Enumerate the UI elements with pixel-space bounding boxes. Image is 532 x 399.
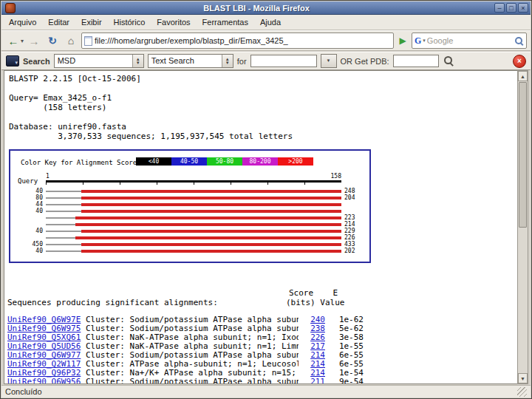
scrollbar-thumb[interactable] — [519, 82, 527, 228]
menu-item[interactable]: Ajuda — [254, 16, 287, 28]
url-input[interactable] — [95, 36, 391, 45]
hit-bar-grey-segment — [46, 204, 81, 205]
search-mode-select[interactable]: Text Search ▲▼ — [148, 54, 233, 68]
url-bar[interactable] — [81, 33, 394, 49]
biobar-menu-icon[interactable]: ▾ — [6, 55, 19, 66]
hit-bar[interactable] — [46, 248, 341, 254]
hit-bar[interactable] — [46, 234, 341, 241]
google-icon: G — [415, 35, 421, 47]
hit-bar[interactable] — [46, 201, 341, 208]
pdb-id-input[interactable] — [393, 55, 439, 67]
axis-start-label: 1 — [46, 173, 50, 180]
titlebar[interactable]: BLAST LBI - Mozilla Firefox – □ × — [1, 1, 531, 15]
hit-bar-grey-segment — [46, 244, 81, 245]
hit-bar[interactable] — [46, 241, 341, 248]
hit-bar-grey-segment — [46, 211, 81, 212]
menu-item[interactable]: Editar — [42, 16, 75, 28]
menu-item[interactable]: Ferramentas — [197, 16, 254, 28]
web-search-input[interactable] — [427, 36, 513, 45]
color-key-bin: 50-80 — [207, 157, 242, 166]
menu-item[interactable]: Arquivo — [3, 16, 42, 28]
database-select[interactable]: MSD ▲▼ — [54, 54, 144, 68]
window-icon — [5, 3, 16, 13]
history-dropdown-arrow-icon[interactable]: ▼ — [321, 55, 336, 67]
search-mode-arrow-icon[interactable]: ▲▼ — [222, 55, 233, 67]
alignment-id-link[interactable]: UniRef90_Q96P32 — [7, 369, 81, 378]
back-dropdown-icon[interactable]: ▾ — [21, 38, 24, 44]
hit-bar-red-segment — [81, 190, 341, 193]
alignment-id-link[interactable]: UniRef90_Q2W117 — [7, 360, 81, 369]
hit-right-label: 204 — [341, 194, 355, 201]
hit-right-label: 229 — [341, 228, 355, 234]
search-magnifier-icon[interactable] — [514, 36, 524, 46]
search-mode-value: Text Search — [149, 55, 222, 67]
or-get-pdb-label: OR Get PDB: — [341, 57, 389, 66]
hit-left-label: 40 — [10, 228, 44, 234]
color-key-bin: 80-200 — [242, 157, 278, 166]
alignment-id-link[interactable]: UniRef90_Q6W975 — [7, 324, 81, 333]
alignment-id-link[interactable]: UniRef90_Q6W956 — [7, 378, 81, 384]
blast-overview-graphic: Color Key for Alignment Scores: <4040-50… — [9, 149, 371, 263]
hit-bar[interactable] — [46, 194, 341, 201]
query-length-line: (158 letters) — [9, 103, 106, 112]
history-dropdown[interactable]: ▼ — [321, 54, 337, 68]
menubar: ArquivoEditarExibirHistóricoFavoritosFer… — [1, 15, 531, 30]
back-button[interactable]: ← — [5, 33, 21, 49]
query-line: Query= Emax_3425_o-f1 — [9, 93, 112, 103]
color-key-bin: >200 — [278, 157, 313, 166]
alignment-row: UniRef90_Q6W956Cluster: Sodium/potassium… — [7, 378, 364, 384]
minimize-button[interactable]: – — [494, 3, 505, 13]
menu-item[interactable]: Histórico — [108, 16, 151, 28]
hit-bar-red-segment — [81, 230, 341, 233]
hit-bar[interactable] — [46, 214, 341, 221]
alignment-evalue: 9e-54 — [325, 378, 364, 384]
status-text: Concluído — [5, 387, 42, 396]
alignment-id-link[interactable]: UniRef90_Q6W97E — [7, 316, 81, 324]
forward-button[interactable]: → — [26, 33, 42, 49]
page-content: BLASTP 2.2.15 [Oct-15-2006]Query= Emax_3… — [4, 70, 517, 384]
menu-item[interactable]: Favoritos — [151, 16, 196, 28]
menu-item[interactable]: Exibir — [75, 16, 108, 28]
hit-row: 40202 — [10, 248, 369, 254]
color-key-title: Color Key for Alignment Scores: — [21, 159, 145, 166]
web-search-box[interactable]: G ▾ — [412, 33, 527, 49]
hit-right-label: 223 — [341, 214, 355, 221]
scroll-down-icon[interactable]: ▼ — [518, 373, 528, 383]
hit-bar-red-segment — [75, 236, 341, 239]
hit-right-label: 214 — [341, 221, 355, 228]
hit-right-label: 248 — [341, 188, 355, 194]
hit-bar-grey-segment — [46, 224, 75, 225]
alignment-id-link[interactable]: UniRef90_Q5XQ61 — [7, 333, 81, 342]
navigation-toolbar: ← ▾ → ↻ ⌂ ▶ G ▾ — [1, 30, 531, 51]
reload-button[interactable]: ↻ — [44, 33, 61, 49]
hit-bar-grey-segment — [46, 217, 75, 219]
resize-grip[interactable] — [517, 387, 527, 397]
vertical-scrollbar[interactable]: ▲ ▼ — [517, 70, 528, 384]
go-button[interactable]: ▶ — [396, 33, 409, 48]
hit-bar-grey-segment — [46, 197, 81, 199]
biobar-toolbar: ▾ Search MSD ▲▼ Text Search ▲▼ for ▼ OR … — [1, 52, 531, 70]
hit-left-label: 40 — [10, 248, 44, 254]
hit-bar-grey-segment — [46, 237, 75, 239]
scroll-up-icon[interactable]: ▲ — [518, 71, 528, 81]
hit-bars: 402488020444402232144022922645043340202 — [10, 188, 369, 254]
hit-right-label: 226 — [341, 234, 355, 241]
hit-bar[interactable] — [46, 188, 341, 194]
close-toolbar-button[interactable]: × — [513, 55, 526, 68]
database-select-arrow-icon[interactable]: ▲▼ — [132, 55, 143, 67]
maximize-button[interactable]: □ — [506, 3, 516, 13]
hit-bar[interactable] — [46, 221, 341, 228]
database-stats-line: 3,370,533 sequences; 1,195,937,545 total… — [9, 132, 293, 141]
close-button[interactable]: × — [518, 3, 528, 13]
hit-bar[interactable] — [46, 208, 341, 214]
alignment-id-link[interactable]: UniRef90_Q5UD56 — [7, 342, 81, 351]
alignment-id-link[interactable]: UniRef90_Q6W977 — [7, 351, 81, 360]
alignment-score-link[interactable]: 211 — [299, 378, 325, 384]
hit-left-label: 40 — [10, 188, 44, 194]
alignment-description: Cluster: Sodium/potassium ATPase alpha s… — [81, 324, 299, 333]
run-search-magnifier-icon[interactable] — [443, 55, 456, 68]
search-term-input[interactable] — [250, 55, 317, 67]
home-button[interactable]: ⌂ — [63, 33, 79, 49]
hit-bar[interactable] — [46, 228, 341, 234]
search-engine-dropdown-icon[interactable]: ▾ — [423, 38, 426, 44]
